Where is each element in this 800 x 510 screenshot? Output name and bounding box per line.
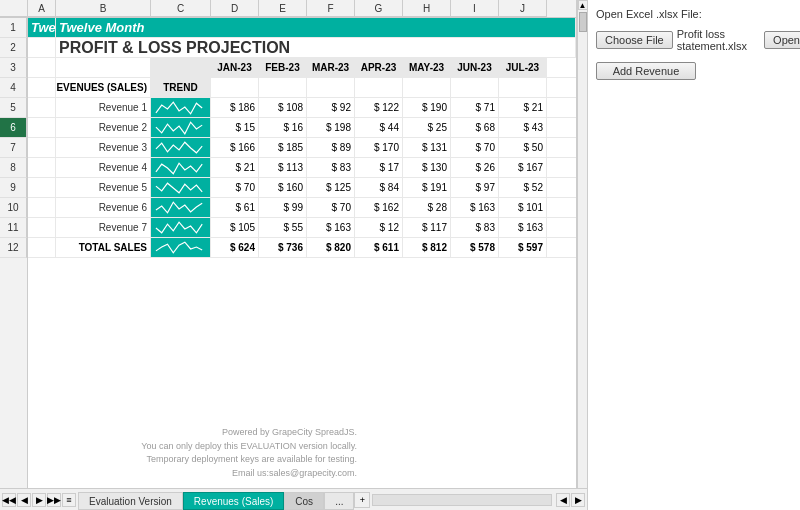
row-num-8: 8 [0, 158, 27, 178]
scroll-up-btn[interactable]: ▲ [578, 0, 588, 10]
cell-4i [451, 78, 499, 97]
rev5-label: Revenue 5 [56, 178, 151, 197]
total-jan: $ 624 [211, 238, 259, 257]
rev7-jul: $ 163 [499, 218, 547, 237]
profit-loss-title: PROFIT & LOSS PROJECTION [56, 38, 576, 57]
cell-4a [28, 78, 56, 97]
row-2: PROFIT & LOSS PROJECTION [28, 38, 576, 58]
total-apr: $ 611 [355, 238, 403, 257]
cell-4e [259, 78, 307, 97]
row-6: Revenue 2 $ 15 $ 16 $ 198 $ 44 $ 25 [28, 118, 576, 138]
hscroll-right-btn[interactable]: ▶ [571, 493, 585, 507]
row-num-3: 3 [0, 58, 27, 78]
cell-4j [499, 78, 547, 97]
tab-hamburger-btn[interactable]: ≡ [62, 493, 76, 507]
cell-3a [28, 58, 56, 77]
rev1-feb: $ 108 [259, 98, 307, 117]
rev5-may: $ 191 [403, 178, 451, 197]
rev2-jun: $ 68 [451, 118, 499, 137]
open-button[interactable]: Open [764, 31, 800, 49]
cell-9a [28, 178, 56, 197]
cell-6a [28, 118, 56, 137]
rev3-jun: $ 70 [451, 138, 499, 157]
add-revenue-button[interactable]: Add Revenue [596, 62, 696, 80]
month-mar: MAR-23 [307, 58, 355, 77]
total-sales-label: TOTAL SALES [56, 238, 151, 257]
month-may: MAY-23 [403, 58, 451, 77]
month-feb: FEB-23 [259, 58, 307, 77]
trend-label: TREND [151, 78, 211, 97]
tab-revenues-sales[interactable]: Revenues (Sales) [183, 492, 284, 510]
tab-bar: ◀◀ ◀ ▶ ▶▶ ≡ Evaluation Version Revenues … [0, 488, 587, 510]
rev6-may: $ 28 [403, 198, 451, 217]
rev6-feb: $ 99 [259, 198, 307, 217]
rev5-feb: $ 160 [259, 178, 307, 197]
row-8: Revenue 4 $ 21 $ 113 $ 83 $ 17 $ 130 [28, 158, 576, 178]
cell-2a [28, 38, 56, 57]
tab-more[interactable]: ... [324, 492, 354, 510]
rev3-label: Revenue 3 [56, 138, 151, 157]
rev7-mar: $ 163 [307, 218, 355, 237]
rev4-mar: $ 83 [307, 158, 355, 177]
rev2-trend [151, 118, 211, 137]
row-3: JAN-23 FEB-23 MAR-23 APR-23 MAY-23 JUN-2… [28, 58, 576, 78]
watermark-line4: Email us:sales@grapecity.com. [141, 467, 357, 481]
rev1-may: $ 190 [403, 98, 451, 117]
row-11: Revenue 7 $ 105 $ 55 $ 163 $ 12 $ 117 [28, 218, 576, 238]
open-file-label: Open Excel .xlsx File: [596, 8, 800, 20]
rev5-jun: $ 97 [451, 178, 499, 197]
rev6-label: Revenue 6 [56, 198, 151, 217]
tab-scroll-next-btn[interactable]: ▶ [32, 493, 46, 507]
rev5-jul: $ 52 [499, 178, 547, 197]
tab-scroll-prev-btn[interactable]: ◀ [17, 493, 31, 507]
rev5-trend [151, 178, 211, 197]
vertical-scrollbar[interactable]: ▲ ▼ [577, 0, 587, 510]
cell-4g [355, 78, 403, 97]
total-feb: $ 736 [259, 238, 307, 257]
col-header-h: H [403, 0, 451, 17]
rev1-jul: $ 21 [499, 98, 547, 117]
cell-4d [211, 78, 259, 97]
row-num-6: 6 [0, 118, 27, 138]
col-header-f: F [307, 0, 355, 17]
rev2-label: Revenue 2 [56, 118, 151, 137]
rev3-trend [151, 138, 211, 157]
col-header-c: C [151, 0, 211, 17]
tab-add-btn[interactable]: + [354, 492, 370, 508]
row-num-12: 12 [0, 238, 27, 258]
rev4-jan: $ 21 [211, 158, 259, 177]
choose-file-button[interactable]: Choose File [596, 31, 673, 49]
rev1-jan: $ 186 [211, 98, 259, 117]
watermark-line1: Powered by GrapeCity SpreadJS. [141, 426, 357, 440]
rev7-label: Revenue 7 [56, 218, 151, 237]
rev3-apr: $ 170 [355, 138, 403, 157]
rev7-jan: $ 105 [211, 218, 259, 237]
scroll-thumb[interactable] [579, 12, 587, 32]
title-cell: Twelve Month [28, 18, 56, 37]
total-may: $ 812 [403, 238, 451, 257]
rev1-label: Revenue 1 [56, 98, 151, 117]
rev2-may: $ 25 [403, 118, 451, 137]
row-num-10: 10 [0, 198, 27, 218]
tab-scroll-right-btn[interactable]: ▶▶ [47, 493, 61, 507]
rev2-apr: $ 44 [355, 118, 403, 137]
rev3-may: $ 131 [403, 138, 451, 157]
row-num-2: 2 [0, 38, 27, 58]
rev3-mar: $ 89 [307, 138, 355, 157]
row-num-7: 7 [0, 138, 27, 158]
tab-evaluation-version[interactable]: Evaluation Version [78, 492, 183, 510]
tab-cos[interactable]: Cos [284, 492, 324, 510]
col-header-b: B [56, 0, 151, 17]
col-header-j: J [499, 0, 547, 17]
rev3-feb: $ 185 [259, 138, 307, 157]
col-header-d: D [211, 0, 259, 17]
rev7-may: $ 117 [403, 218, 451, 237]
rev4-jun: $ 26 [451, 158, 499, 177]
total-trend [151, 238, 211, 257]
rev6-mar: $ 70 [307, 198, 355, 217]
hscroll-left-btn[interactable]: ◀ [556, 493, 570, 507]
tab-scroll-left-btn[interactable]: ◀◀ [2, 493, 16, 507]
horizontal-scrollbar[interactable] [372, 494, 552, 506]
cell-4h [403, 78, 451, 97]
row-4: REVENUES (SALES) TREND [28, 78, 576, 98]
